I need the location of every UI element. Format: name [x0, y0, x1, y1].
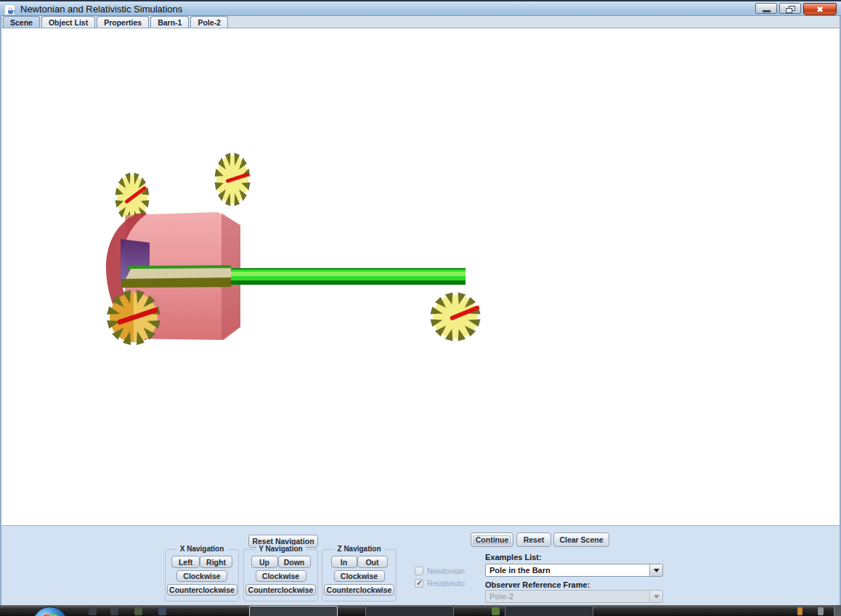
- scene-canvas[interactable]: [1, 28, 840, 525]
- button-label: Clockwise: [262, 572, 299, 580]
- button-label: Out: [365, 558, 378, 567]
- tab-scene[interactable]: Scene: [3, 16, 40, 28]
- button-label: Counterclockwise: [169, 585, 235, 594]
- tab-bar: Scene Object List Properties Barn-1 Pole…: [1, 16, 840, 28]
- y-clockwise-button[interactable]: Clockwise: [256, 570, 306, 582]
- clock-pole-left: [107, 290, 161, 345]
- java-icon: [4, 4, 15, 15]
- button-label: Reset: [524, 535, 545, 544]
- tray-icon[interactable]: [797, 607, 803, 615]
- continue-button[interactable]: Continue: [471, 532, 513, 547]
- checkbox-box: [415, 579, 423, 588]
- tab-object-list[interactable]: Object List: [41, 16, 95, 28]
- z-clockwise-button[interactable]: Clockwise: [334, 570, 385, 582]
- combobox-value: Pole-2: [486, 591, 649, 602]
- tab-barn-1[interactable]: Barn-1: [150, 16, 189, 28]
- start-button[interactable]: [32, 607, 68, 616]
- z-counterclockwise-button[interactable]: Counterclockwise: [324, 584, 394, 596]
- control-panel: Reset Navigation X Navigation Left Right…: [1, 525, 840, 605]
- relativistic-checkbox: Relativistic: [415, 579, 466, 588]
- observer-frame-combobox: Pole-2: [485, 590, 663, 603]
- show-desktop-button[interactable]: [834, 605, 841, 616]
- z-navigation-group: Z Navigation In Out Clockwise Counterclo…: [322, 549, 397, 601]
- y-up-button[interactable]: Up: [251, 556, 278, 568]
- reset-button[interactable]: Reset: [516, 532, 551, 547]
- checkbox-label: Newtonian: [427, 567, 465, 575]
- restore-button[interactable]: [779, 3, 801, 14]
- tab-label: Pole-2: [198, 18, 221, 27]
- tab-pole-2[interactable]: Pole-2: [190, 16, 228, 28]
- chevron-down-icon: [649, 591, 662, 602]
- taskbar-task-button[interactable]: [365, 606, 454, 616]
- x-right-button[interactable]: Right: [200, 556, 232, 568]
- button-label: Left: [179, 558, 192, 567]
- taskbar: [0, 605, 841, 616]
- x-navigation-group: X Navigation Left Right Clockwise Counte…: [165, 549, 239, 601]
- examples-list-label: Examples List:: [485, 553, 542, 562]
- x-clockwise-button[interactable]: Clockwise: [176, 570, 227, 582]
- button-label: Continue: [476, 535, 509, 544]
- pole: [121, 265, 466, 288]
- tab-label: Scene: [10, 18, 33, 27]
- button-label: Clear Scene: [559, 535, 603, 544]
- button-label: Counterclockwise: [327, 585, 392, 594]
- group-title: Y Navigation: [256, 545, 305, 553]
- tab-label: Object List: [49, 18, 88, 27]
- taskbar-icon[interactable]: [134, 607, 142, 615]
- y-down-button[interactable]: Down: [278, 556, 311, 568]
- chevron-down-icon[interactable]: [649, 564, 662, 576]
- button-label: Up: [259, 558, 269, 567]
- taskbar-task-button[interactable]: [505, 606, 593, 616]
- taskbar-task-button[interactable]: [249, 606, 338, 616]
- taskbar-icon[interactable]: [158, 607, 166, 615]
- clock-barn-right: [215, 153, 251, 206]
- checkbox-box: [415, 567, 423, 575]
- titlebar[interactable]: Newtonian and Relativistic Simulations ✖: [0, 0, 841, 16]
- taskbar-icon[interactable]: [89, 607, 97, 615]
- tray-icon[interactable]: [818, 607, 824, 615]
- window-title: Newtonian and Relativistic Simulations: [20, 4, 182, 15]
- taskbar-icon[interactable]: [110, 607, 118, 615]
- app-window: Newtonian and Relativistic Simulations ✖…: [0, 0, 841, 616]
- y-navigation-group: Y Navigation Up Down Clockwise Countercl…: [243, 549, 318, 601]
- taskbar-icon[interactable]: [492, 607, 500, 615]
- newtonian-checkbox: Newtonian: [415, 567, 465, 575]
- x-counterclockwise-button[interactable]: Counterclockwise: [167, 584, 237, 596]
- y-counterclockwise-button[interactable]: Counterclockwise: [245, 584, 316, 596]
- z-in-button[interactable]: In: [331, 556, 357, 568]
- button-label: Right: [206, 558, 226, 567]
- button-label: Clockwise: [341, 572, 378, 580]
- clock-pole-right: [431, 293, 481, 341]
- z-out-button[interactable]: Out: [357, 556, 388, 568]
- button-label: Clockwise: [183, 572, 220, 580]
- minimize-button[interactable]: [755, 3, 777, 14]
- group-title: X Navigation: [177, 545, 227, 553]
- examples-list-combobox[interactable]: Pole in the Barn: [485, 564, 663, 577]
- checkbox-label: Relativistic: [427, 579, 466, 588]
- button-label: Counterclockwise: [248, 585, 314, 594]
- combobox-value: Pole in the Barn: [486, 564, 649, 576]
- button-label: Down: [284, 558, 305, 567]
- group-title: Z Navigation: [334, 545, 383, 553]
- observer-frame-label: Observer Reference Frame:: [485, 580, 590, 589]
- tab-properties[interactable]: Properties: [97, 16, 149, 28]
- tab-label: Barn-1: [158, 18, 182, 27]
- button-label: In: [341, 558, 347, 567]
- close-button[interactable]: ✖: [803, 3, 837, 15]
- x-left-button[interactable]: Left: [171, 556, 200, 568]
- clear-scene-button[interactable]: Clear Scene: [553, 532, 609, 547]
- tab-label: Properties: [104, 18, 142, 27]
